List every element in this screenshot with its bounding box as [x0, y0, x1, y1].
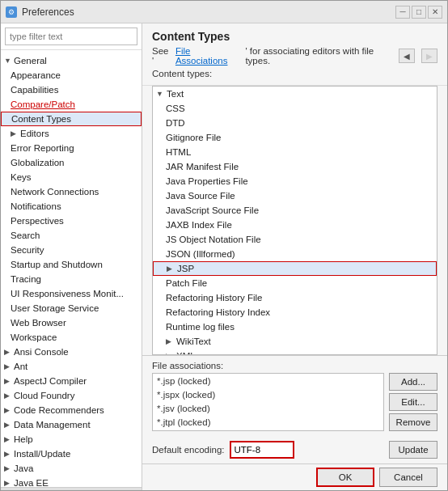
sidebar-item-workspace[interactable]: Workspace	[1, 330, 142, 345]
ct-item-json-illformed[interactable]: JSON (Illformed)	[153, 247, 437, 261]
sidebar-item-startup-shutdown[interactable]: Startup and Shutdown	[1, 257, 142, 272]
search-box	[1, 23, 142, 50]
sidebar-item-install-update[interactable]: ▶Install/Update	[1, 447, 142, 461]
search-input[interactable]	[5, 28, 137, 45]
chevron-right-icon: ▶	[4, 421, 12, 429]
sidebar-item-user-storage[interactable]: User Storage Service	[1, 301, 142, 315]
sidebar-item-aspectj-compiler[interactable]: ▶AspectJ Compiler	[1, 374, 142, 388]
title-buttons: ─ □ ✕	[395, 6, 442, 19]
sidebar-item-globalization[interactable]: Globalization	[1, 155, 142, 170]
window-title: Preferences	[22, 6, 74, 18]
sidebar-item-general[interactable]: ▼General	[1, 53, 142, 68]
encoding-row: Default encoding: Update	[152, 441, 437, 459]
ct-item-java-properties[interactable]: Java Properties File	[153, 174, 437, 188]
main-content: ▼General Appearance Capabilities Compare…	[1, 23, 447, 490]
ct-item-gitignore[interactable]: Gitignore File	[153, 130, 437, 145]
sidebar-item-help[interactable]: ▶Help	[1, 432, 142, 447]
dialog-buttons: OK Cancel	[142, 463, 447, 490]
assoc-item[interactable]: *.jsv (locked)	[153, 401, 383, 415]
chevron-right-icon: ▶	[166, 337, 174, 345]
sidebar-item-code-recommenders[interactable]: ▶Code Recommenders	[1, 403, 142, 417]
sidebar-item-notifications[interactable]: Notifications	[1, 199, 142, 214]
description-text: See '	[152, 46, 172, 66]
nav-row: See ' File Associations ' for associatin…	[152, 46, 437, 66]
forward-button[interactable]: ▶	[421, 49, 437, 63]
sidebar-item-cloud-foundry[interactable]: ▶Cloud Foundry	[1, 388, 142, 403]
encoding-label: Default encoding:	[152, 445, 225, 455]
sidebar-item-error-reporting[interactable]: Error Reporting	[1, 141, 142, 155]
ct-item-jar-manifest[interactable]: JAR Manifest File	[153, 159, 437, 174]
ct-item-js-object-notation[interactable]: JS Object Notation File	[153, 232, 437, 247]
sidebar-item-keys[interactable]: Keys	[1, 170, 142, 184]
sidebar-item-appearance[interactable]: Appearance	[1, 68, 142, 83]
cancel-button[interactable]: Cancel	[379, 468, 437, 487]
sidebar-item-web-browser[interactable]: Web Browser	[1, 315, 142, 330]
right-panel: Content Types See ' File Associations ' …	[142, 23, 447, 490]
chevron-right-icon: ▶	[11, 129, 19, 138]
add-button[interactable]: Add...	[389, 373, 437, 391]
assoc-item[interactable]: *.jtpl (locked)	[153, 415, 383, 429]
encoding-input[interactable]	[230, 441, 294, 459]
sidebar-item-security[interactable]: Security	[1, 243, 142, 257]
ct-item-jaxb-index[interactable]: JAXB Index File	[153, 218, 437, 232]
ct-item-wikitext[interactable]: ▶WikiText	[153, 334, 437, 349]
ct-item-text[interactable]: ▼Text	[153, 87, 437, 101]
ct-item-dtd[interactable]: DTD	[153, 116, 437, 130]
sidebar-item-data-management[interactable]: ▶Data Management	[1, 417, 142, 432]
sidebar-item-ui-responsiveness[interactable]: UI Responsiveness Monit...	[1, 286, 142, 301]
chevron-right-icon: ▶	[4, 450, 12, 458]
sidebar-item-capabilities[interactable]: Capabilities	[1, 83, 142, 97]
panel-title: Content Types	[152, 30, 437, 43]
chevron-right-icon: ▶	[4, 348, 12, 356]
action-buttons: Add... Edit... Remove	[389, 373, 437, 436]
file-associations-link[interactable]: File Associations	[175, 46, 243, 66]
ct-item-refactoring-history-index[interactable]: Refactoring History Index	[153, 305, 437, 320]
ct-item-javascript-source[interactable]: JavaScript Source File	[153, 203, 437, 218]
preferences-window: ⚙ Preferences ─ □ ✕ ▼General Appearance …	[0, 0, 448, 491]
remove-button[interactable]: Remove	[389, 413, 437, 431]
sidebar-item-ansi-console[interactable]: ▶Ansi Console	[1, 345, 142, 359]
ct-item-jsp[interactable]: ▶JSP	[153, 261, 437, 276]
ct-item-refactoring-history[interactable]: Refactoring History File	[153, 290, 437, 305]
ct-item-java-source[interactable]: Java Source File	[153, 188, 437, 203]
assoc-item[interactable]: *.jspx (locked)	[153, 387, 383, 401]
sidebar-scrollbar[interactable]	[1, 487, 142, 490]
minimize-button[interactable]: ─	[395, 6, 410, 19]
sidebar-item-network-connections[interactable]: Network Connections	[1, 184, 142, 199]
chevron-down-icon: ▼	[4, 57, 12, 65]
chevron-right-icon: ▶	[167, 265, 175, 273]
file-assoc-list[interactable]: *.jsp (locked) *.jspx (locked) *.jsv (lo…	[152, 373, 384, 431]
chevron-right-icon: ▶	[4, 435, 12, 443]
sidebar-item-java-ee[interactable]: ▶Java EE	[1, 476, 142, 487]
sidebar-item-search[interactable]: Search	[1, 228, 142, 243]
sidebar-item-compare-patch[interactable]: Compare/Patch	[1, 97, 142, 112]
sidebar-item-content-types[interactable]: Content Types	[1, 112, 142, 126]
ct-item-css[interactable]: CSS	[153, 101, 437, 116]
maximize-button[interactable]: □	[412, 6, 426, 19]
ct-item-html[interactable]: HTML	[153, 145, 437, 159]
ok-button[interactable]: OK	[316, 468, 374, 487]
update-button[interactable]: Update	[389, 441, 437, 459]
title-bar-left: ⚙ Preferences	[6, 6, 74, 18]
sidebar-item-editors[interactable]: ▶Editors	[1, 126, 142, 141]
sidebar-item-tracing[interactable]: Tracing	[1, 272, 142, 286]
bottom-section: File associations: *.jsp (locked) *.jspx…	[142, 355, 447, 463]
window-icon: ⚙	[6, 6, 17, 18]
chevron-right-icon: ▶	[4, 406, 12, 414]
file-assoc-row: *.jsp (locked) *.jspx (locked) *.jsv (lo…	[152, 373, 437, 436]
ct-item-patch-file[interactable]: Patch File	[153, 276, 437, 290]
sidebar-tree: ▼General Appearance Capabilities Compare…	[1, 50, 142, 487]
sidebar-item-ant[interactable]: ▶Ant	[1, 359, 142, 374]
assoc-item[interactable]: *.jsp (locked)	[153, 374, 383, 387]
sidebar-item-perspectives[interactable]: Perspectives	[1, 214, 142, 228]
sidebar-item-java[interactable]: ▶Java	[1, 461, 142, 476]
back-button[interactable]: ◀	[399, 49, 415, 63]
close-button[interactable]: ✕	[428, 6, 442, 19]
ct-item-xml[interactable]: ▶XML	[153, 349, 437, 355]
panel-header: Content Types See ' File Associations ' …	[142, 23, 447, 86]
edit-button[interactable]: Edit...	[389, 393, 437, 411]
title-bar: ⚙ Preferences ─ □ ✕	[1, 1, 447, 23]
ct-item-runtime-log[interactable]: Runtime log files	[153, 320, 437, 334]
content-types-list[interactable]: ▼Text CSS DTD Gitignore File HTML JAR Ma…	[152, 86, 437, 355]
nav-buttons: ◀ ▶	[399, 49, 437, 63]
